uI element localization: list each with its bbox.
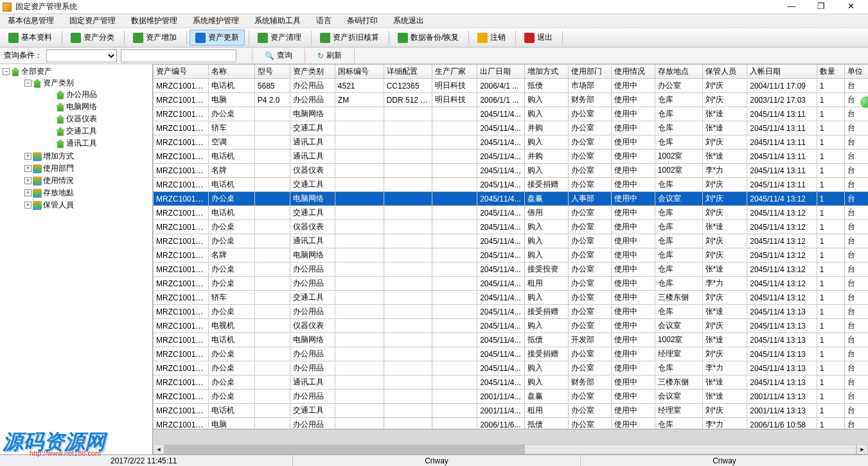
table-row[interactable]: MRZC1001-1037办公桌仪器仪表2045/11/4...购入办公室使用中… [154, 220, 869, 234]
tree-node-保管人員[interactable]: +保管人員 [12, 200, 152, 211]
tool-asset-category[interactable]: 资产分类 [65, 30, 120, 46]
close-button[interactable]: ✕ [836, 0, 865, 14]
grid-hscroll[interactable]: ◄ ► [153, 443, 868, 454]
tree-node-全部资产[interactable]: −全部资产 [0, 66, 152, 77]
search-button[interactable]: 🔍 查询 [259, 48, 298, 63]
col-addway[interactable]: 增加方式 [524, 65, 568, 79]
tree-node-交通工具[interactable]: 交通工具 [23, 126, 152, 137]
table-row[interactable]: MRZC1001-1039名牌电脑网络2045/11/4...购入办公室使用中仓… [154, 248, 869, 263]
table-row[interactable]: MRZC1001-1044办公桌办公用品2045/11/4...接受捐赠办公室使… [154, 305, 869, 319]
search-icon: 🔍 [265, 51, 274, 60]
tree-expander[interactable]: − [24, 80, 31, 87]
tool-backup-restore[interactable]: 数据备份/恢复 [392, 30, 465, 46]
table-row[interactable]: MRZC1001-1045电视机仪器仪表2045/11/4...购入办公室使用中… [154, 319, 869, 333]
tree-node-存放地點[interactable]: +存放地點 [12, 187, 152, 198]
maximize-button[interactable]: ❐ [806, 0, 836, 14]
menu-语言[interactable]: 语言 [312, 14, 335, 28]
menu-基本信息管理[interactable]: 基本信息管理 [4, 14, 58, 28]
table-row[interactable]: MRZC1001-1032电话机通讯工具2045/11/4...并购办公室使用中… [154, 150, 869, 164]
menu-条码打印[interactable]: 条码打印 [343, 14, 382, 28]
tool-asset-clear[interactable]: 资产清理 [252, 30, 307, 46]
table-row[interactable]: MRZC1001-1030轿车交通工具2045/11/4...并购办公室使用中仓… [154, 121, 869, 135]
table-row[interactable]: MRZC1001-1051电话机交通工具2001/11/4...租用办公室使用中… [154, 404, 869, 418]
asset-grid[interactable]: 资产编号名称型号资产类别国标编号详细配置生产厂家出厂日期增加方式使用部门使用情况… [153, 64, 868, 454]
table-row[interactable]: MRZC1001-1034电话机交通工具2045/11/4...接受捐赠办公室使… [154, 178, 869, 192]
table-row[interactable]: MRZC1001-1035办公桌电脑网络2045/11/4...盘赢人事部使用中… [154, 192, 869, 206]
table-row[interactable]: MRZC1001-1017电话机5685办公用品4521CC12365明日科技2… [154, 79, 869, 93]
table-row[interactable]: MRZC1001-1040办公桌办公用品2045/11/4...接受投资办公室使… [154, 263, 869, 277]
col-dept[interactable]: 使用部门 [568, 65, 612, 79]
tool-asset-add[interactable]: 资产增加 [127, 30, 182, 46]
tree-node-仪器仪表[interactable]: 仪器仪表 [23, 114, 152, 125]
tree-label: 使用情況 [43, 175, 74, 186]
col-outdate[interactable]: 出厂日期 [477, 65, 525, 79]
tree-expander[interactable]: + [24, 165, 31, 172]
col-usage[interactable]: 使用情况 [612, 65, 655, 79]
minimize-button[interactable]: — [777, 0, 806, 14]
table-row[interactable]: MRZC1001-1031空调通讯工具2045/11/4...购入办公室使用中仓… [154, 135, 869, 150]
table-row[interactable]: MRZC1001-1050办公桌办公用品2001/11/4...盘赢办公室使用中… [154, 390, 869, 404]
col-indate[interactable]: 入帐日期 [747, 65, 817, 79]
asset-add-icon [133, 33, 143, 43]
table-row[interactable]: MRZC1001-1049办公桌通讯工具2045/11/4...购入财务部使用中… [154, 375, 869, 390]
menu-数据维护管理[interactable]: 数据维护管理 [127, 14, 181, 28]
tree-node-资产类别[interactable]: −资产类别 [12, 78, 152, 89]
tree-node-电脑网络[interactable]: 电脑网络 [23, 101, 152, 112]
tree-pane[interactable]: −全部资产−资产类别办公用品电脑网络仪器仪表交通工具通讯工具+增加方式+使用部門… [0, 64, 153, 454]
tree-node-使用情況[interactable]: +使用情況 [12, 175, 152, 186]
scroll-right-button[interactable]: ► [856, 444, 868, 454]
table-row[interactable]: MRZC1001-1048办公桌办公用品2045/11/4...购入办公室使用中… [154, 361, 869, 375]
col-maker[interactable]: 生产厂家 [432, 65, 477, 79]
col-name[interactable]: 名称 [209, 65, 255, 79]
table-row[interactable]: MRZC1001-1027办公桌电脑网络2045/11/4...购入办公室使用中… [154, 107, 869, 121]
table-row[interactable]: MRZC1001-1036电话机交通工具2045/11/4...借用办公室使用中… [154, 206, 869, 220]
scroll-thumb[interactable] [165, 445, 525, 454]
tree-expander[interactable]: − [3, 68, 10, 75]
menu-固定资产管理[interactable]: 固定资产管理 [66, 14, 120, 28]
table-row[interactable]: MRZC1001-1041办公桌办公用品2045/11/4...租用办公室使用中… [154, 277, 869, 291]
col-keeper[interactable]: 保管人员 [702, 65, 747, 79]
scroll-left-button[interactable]: ◄ [153, 444, 164, 454]
col-model[interactable]: 型号 [254, 65, 290, 79]
asset-depreciation-label: 资产折旧核算 [333, 32, 379, 43]
refresh-button[interactable]: ↻ 刷新 [312, 48, 348, 63]
tool-basic-info[interactable]: 基本资料 [3, 30, 58, 46]
table-row[interactable]: MRZC1001-1046电话机电脑网络2045/11/4...抵债开发部使用中… [154, 333, 869, 347]
tool-asset-depreciation[interactable]: 资产折旧核算 [314, 30, 385, 46]
tree-expander[interactable]: + [24, 202, 31, 209]
menu-系统辅助工具[interactable]: 系统辅助工具 [251, 14, 305, 28]
col-qty[interactable]: 数量 [817, 65, 844, 79]
tree-node-办公用品[interactable]: 办公用品 [23, 89, 152, 100]
grid-scroll[interactable]: 资产编号名称型号资产类别国标编号详细配置生产厂家出厂日期增加方式使用部门使用情况… [153, 64, 868, 454]
table-row[interactable]: MRZC1001-1042轿车交通工具2045/11/4...购入办公室使用中三… [154, 291, 869, 305]
col-gbcode[interactable]: 国标编号 [335, 65, 384, 79]
logout-label: 注销 [490, 32, 506, 43]
tool-logout[interactable]: 注销 [472, 30, 511, 46]
tree-expander[interactable]: + [24, 177, 31, 184]
table-row[interactable]: MRZC1001-1026电脑P4 2.0办公用品ZMDDR 512 M...明… [154, 93, 869, 107]
tree-expander[interactable]: + [24, 153, 31, 160]
query-value-input[interactable] [121, 49, 236, 62]
table-row[interactable]: MRZC1001-1033名牌仪器仪表2045/11/4...购入办公室使用中1… [154, 164, 869, 178]
scroll-track[interactable] [164, 444, 856, 454]
basic-info-label: 基本资料 [21, 32, 52, 43]
tool-exit[interactable]: 退出 [518, 30, 558, 46]
col-config[interactable]: 详细配置 [384, 65, 432, 79]
table-row[interactable]: MRZC1001-1038办公桌通讯工具2045/11/4...购入办公室使用中… [154, 234, 869, 248]
menu-系统退出[interactable]: 系统退出 [389, 14, 428, 28]
tree-node-增加方式[interactable]: +增加方式 [12, 151, 152, 162]
stack-icon [33, 164, 42, 173]
titlebar: 固定资产管理系统 — ❐ ✕ [0, 0, 868, 14]
tool-asset-update[interactable]: 资产更新 [190, 30, 245, 46]
menu-系统维护管理[interactable]: 系统维护管理 [189, 14, 243, 28]
tree-node-使用部門[interactable]: +使用部門 [12, 163, 152, 174]
col-unit[interactable]: 单位 [844, 65, 868, 79]
table-row[interactable]: MRZC1001-1047办公桌办公用品2045/11/4...接受捐赠办公室使… [154, 347, 869, 361]
col-location[interactable]: 存放地点 [655, 65, 702, 79]
tree-node-通讯工具[interactable]: 通讯工具 [23, 138, 152, 149]
query-condition-combo[interactable] [46, 49, 117, 62]
logout-icon [477, 33, 488, 43]
tree-expander[interactable]: + [24, 189, 31, 196]
col-code[interactable]: 资产编号 [154, 65, 209, 79]
col-category[interactable]: 资产类别 [290, 65, 335, 79]
